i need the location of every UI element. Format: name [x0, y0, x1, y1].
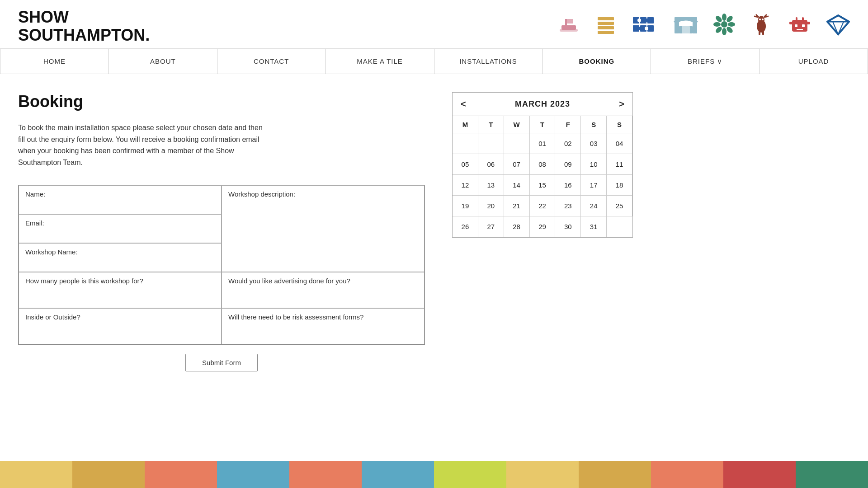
cal-day-4[interactable]: 04 [607, 133, 632, 154]
svg-rect-44 [807, 22, 810, 24]
calendar-header: < MARCH 2023 > [453, 93, 632, 116]
cal-header-thu: T [530, 116, 556, 133]
nav-about[interactable]: ABOUT [109, 49, 217, 74]
layers-icon [594, 13, 618, 39]
cal-day-22[interactable]: 22 [530, 196, 556, 216]
cal-day-15[interactable]: 15 [530, 175, 556, 196]
booking-calendar: < MARCH 2023 > M T W T F S S 01 02 03 [452, 92, 642, 238]
nav-home[interactable]: HOME [0, 49, 109, 74]
cal-header-sat: S [581, 116, 607, 133]
name-label: Name: [25, 190, 45, 198]
cal-day-20[interactable]: 20 [478, 196, 504, 216]
nav-installations[interactable]: INSTALLATIONS [434, 49, 543, 74]
email-field[interactable]: Email: [19, 214, 222, 243]
cal-day-21[interactable]: 21 [504, 196, 530, 216]
gate-icon [673, 13, 699, 39]
svg-line-35 [754, 16, 759, 17]
header: SHOW SOUTHAMPTON. [0, 0, 868, 49]
cal-day-26[interactable]: 26 [453, 216, 478, 237]
svg-point-29 [726, 26, 734, 34]
svg-point-31 [715, 26, 723, 34]
svg-point-25 [722, 28, 726, 35]
cal-day-2[interactable]: 02 [555, 133, 581, 154]
cal-day-5[interactable]: 05 [453, 154, 478, 175]
cal-header-wed: W [504, 116, 530, 133]
workshop-name-field[interactable]: Workshop Name: [19, 243, 222, 272]
workshop-name-label: Workshop Name: [25, 248, 78, 256]
submit-button[interactable]: Submit Form [185, 354, 258, 371]
nav-make-a-tile[interactable]: MAKE A TILE [326, 49, 434, 74]
svg-point-33 [758, 16, 764, 24]
svg-point-30 [726, 15, 734, 23]
cal-day-9[interactable]: 09 [555, 154, 581, 175]
svg-rect-7 [598, 31, 614, 34]
cal-day-3[interactable]: 03 [581, 133, 607, 154]
cal-day-14[interactable]: 14 [504, 175, 530, 196]
cal-day-23[interactable]: 23 [555, 196, 581, 216]
inside-outside-field[interactable]: Inside or Outside? [19, 308, 222, 344]
svg-rect-20 [675, 17, 697, 20]
svg-point-28 [715, 15, 723, 23]
svg-point-40 [759, 19, 761, 20]
svg-rect-5 [598, 22, 614, 25]
cal-day-27[interactable]: 27 [478, 216, 504, 237]
svg-rect-1 [565, 19, 567, 26]
calendar-grid: M T W T F S S 01 02 03 04 05 06 07 08 [453, 116, 632, 237]
calendar-next-button[interactable]: > [619, 99, 624, 109]
cal-day-6[interactable]: 06 [478, 154, 504, 175]
workshop-desc-label: Workshop description: [228, 190, 295, 198]
cal-day-31[interactable]: 31 [581, 216, 607, 237]
cal-day-10[interactable]: 10 [581, 154, 607, 175]
calendar: < MARCH 2023 > M T W T F S S 01 02 03 [452, 92, 633, 238]
svg-rect-49 [802, 17, 804, 21]
main-nav: HOME ABOUT CONTACT MAKE A TILE INSTALLAT… [0, 49, 868, 74]
diamond-icon [826, 13, 850, 39]
cal-day-empty [504, 133, 530, 154]
site-logo[interactable]: SHOW SOUTHAMPTON. [18, 8, 150, 44]
cal-day-8[interactable]: 08 [530, 154, 556, 175]
cal-day-empty [607, 216, 632, 237]
cal-day-1[interactable]: 01 [530, 133, 556, 154]
svg-line-37 [764, 16, 769, 17]
main-content: Booking To book the main installation sp… [0, 74, 868, 380]
submit-row: Submit Form [18, 354, 425, 371]
cal-day-17[interactable]: 17 [581, 175, 607, 196]
nav-booking[interactable]: BOOKING [542, 49, 651, 74]
svg-rect-4 [598, 17, 614, 20]
cal-day-12[interactable]: 12 [453, 175, 478, 196]
svg-rect-46 [802, 24, 805, 27]
cal-header-tue: T [478, 116, 504, 133]
cal-day-11[interactable]: 11 [607, 154, 632, 175]
advertising-label: Would you like advertising done for you? [228, 277, 350, 285]
cal-day-30[interactable]: 30 [555, 216, 581, 237]
advertising-field[interactable]: Would you like advertising done for you? [222, 272, 425, 308]
calendar-prev-button[interactable]: < [461, 99, 466, 109]
cal-day-16[interactable]: 16 [555, 175, 581, 196]
svg-point-41 [762, 19, 764, 20]
svg-point-16 [637, 27, 641, 30]
svg-point-17 [645, 19, 648, 22]
cal-day-29[interactable]: 29 [530, 216, 556, 237]
cal-day-28[interactable]: 28 [504, 216, 530, 237]
nav-contact[interactable]: CONTACT [217, 49, 326, 74]
cal-day-19[interactable]: 19 [453, 196, 478, 216]
risk-label: Will there need to be risk assessment fo… [228, 313, 363, 321]
name-field[interactable]: Name: [19, 185, 222, 214]
cal-day-18[interactable]: 18 [607, 175, 632, 196]
cal-day-25[interactable]: 25 [607, 196, 632, 216]
deer-icon [750, 13, 773, 39]
svg-point-27 [728, 22, 735, 27]
cal-day-13[interactable]: 13 [478, 175, 504, 196]
risk-assessment-field[interactable]: Will there need to be risk assessment fo… [222, 308, 425, 344]
svg-rect-38 [759, 31, 760, 35]
how-many-field[interactable]: How many people is this workshop for? [19, 272, 222, 308]
workshop-desc-field[interactable]: Workshop description: [222, 185, 425, 272]
cal-day-24[interactable]: 24 [581, 196, 607, 216]
svg-rect-48 [796, 17, 797, 21]
svg-rect-6 [598, 26, 614, 29]
cal-day-7[interactable]: 07 [504, 154, 530, 175]
svg-rect-13 [647, 25, 654, 32]
nav-upload[interactable]: UPLOAD [760, 49, 868, 74]
nav-briefs[interactable]: BRIEFS [651, 49, 760, 74]
svg-rect-45 [795, 24, 797, 27]
